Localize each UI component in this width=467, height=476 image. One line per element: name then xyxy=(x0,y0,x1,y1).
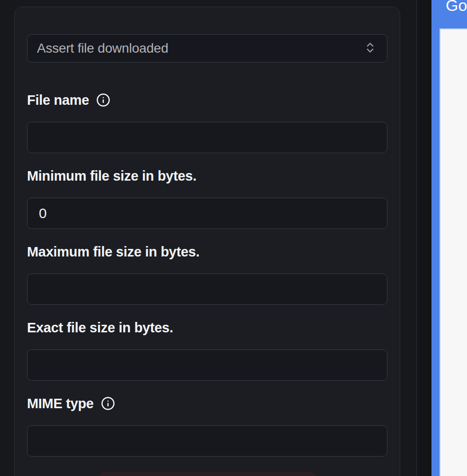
info-icon[interactable] xyxy=(101,396,115,411)
action-type-select[interactable]: Assert file downloaded xyxy=(27,34,387,63)
step-editor-card: Assert file downloaded File name Minimum… xyxy=(14,7,400,476)
mime-type-label: MIME type xyxy=(27,396,387,411)
min-file-size-input[interactable] xyxy=(27,198,387,229)
browser-preview-pane: Go xyxy=(431,0,467,476)
min-file-size-label: Minimum file size in bytes. xyxy=(27,169,387,183)
exact-file-size-label: Exact file size in bytes. xyxy=(27,320,387,335)
preview-page-surface[interactable] xyxy=(440,28,467,476)
file-name-input[interactable] xyxy=(27,122,387,153)
exact-file-size-input[interactable] xyxy=(27,349,387,381)
mime-type-label-text: MIME type xyxy=(27,396,94,412)
delete-step-button[interactable] xyxy=(99,472,316,476)
action-type-selected-value: Assert file downloaded xyxy=(37,41,168,56)
exact-file-size-label-text: Exact file size in bytes. xyxy=(27,320,173,336)
max-file-size-label-text: Maximum file size in bytes. xyxy=(27,244,199,260)
preview-page-heading: Go xyxy=(446,0,467,15)
max-file-size-label: Maximum file size in bytes. xyxy=(27,245,387,259)
file-name-label-text: File name xyxy=(27,92,89,108)
chevrons-up-down-icon xyxy=(364,41,377,56)
min-file-size-label-text: Minimum file size in bytes. xyxy=(27,168,197,184)
mime-type-input[interactable] xyxy=(27,425,387,457)
info-icon[interactable] xyxy=(96,93,110,107)
max-file-size-input[interactable] xyxy=(27,274,387,305)
file-name-label: File name xyxy=(27,93,387,107)
right-gutter xyxy=(417,0,431,476)
